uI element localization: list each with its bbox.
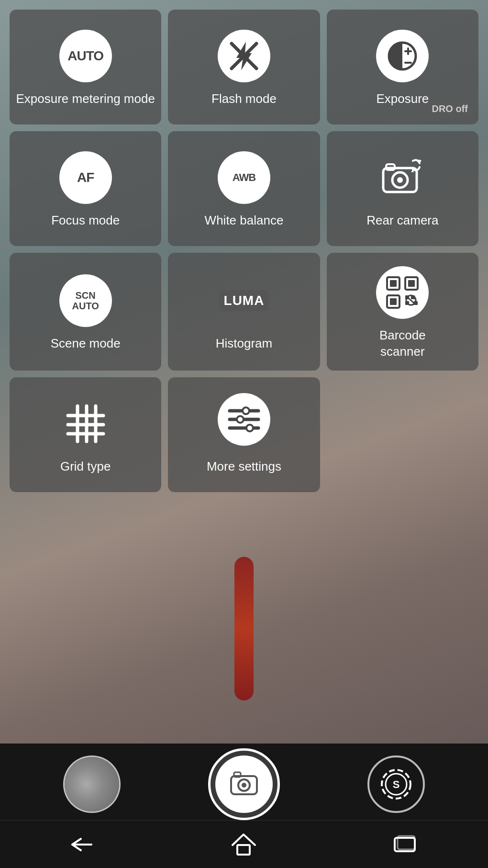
thumbnail-image bbox=[65, 757, 119, 812]
focus-mode-tile[interactable]: AF Focus mode bbox=[10, 131, 161, 246]
histogram-label: Histogram bbox=[216, 336, 272, 352]
flash-mode-tile[interactable]: Flash mode bbox=[168, 10, 320, 124]
exposure-tile[interactable]: Exposure DRO off bbox=[327, 10, 478, 124]
mode-button[interactable]: S bbox=[367, 755, 425, 813]
sliders-icon bbox=[227, 405, 261, 434]
home-icon bbox=[231, 833, 257, 857]
hash-grid-icon bbox=[64, 402, 107, 445]
flash-mode-icon-circle bbox=[218, 30, 270, 82]
svg-point-33 bbox=[244, 408, 248, 413]
barcode-scanner-label: Barcode scanner bbox=[379, 327, 426, 360]
luma-text: LUMA bbox=[224, 293, 265, 308]
recents-icon bbox=[392, 835, 421, 854]
luma-box: LUMA bbox=[219, 290, 269, 311]
svg-text:S: S bbox=[393, 778, 400, 790]
histogram-tile[interactable]: LUMA Histogram bbox=[168, 253, 320, 371]
scene-mode-icon: SCNAUTO bbox=[59, 274, 112, 327]
home-button[interactable] bbox=[216, 828, 271, 861]
af-text: AF bbox=[77, 170, 94, 185]
scene-mode-label: Scene mode bbox=[51, 336, 121, 352]
more-settings-icon bbox=[218, 393, 270, 446]
scn-auto-text: SCNAUTO bbox=[72, 290, 99, 311]
grid-type-label: Grid type bbox=[60, 459, 111, 475]
exposure-metering-label: Exposure metering mode bbox=[16, 91, 155, 107]
camera-flip-icon bbox=[378, 158, 426, 197]
barcode-scanner-tile[interactable]: Barcode scanner bbox=[327, 253, 478, 371]
focus-mode-icon: AF bbox=[59, 151, 112, 204]
flash-mode-label: Flash mode bbox=[211, 91, 277, 107]
more-settings-tile[interactable]: More settings bbox=[168, 377, 320, 492]
exposure-label: Exposure bbox=[376, 91, 429, 107]
rear-camera-icon bbox=[376, 151, 429, 204]
more-settings-label: More settings bbox=[207, 459, 281, 475]
exposure-metering-tile[interactable]: AUTO Exposure metering mode bbox=[10, 10, 161, 124]
bottom-bar: S bbox=[0, 744, 488, 868]
white-balance-tile[interactable]: AWB White balance bbox=[168, 131, 320, 246]
flash-x-icon bbox=[228, 40, 260, 72]
histogram-icon: LUMA bbox=[218, 274, 270, 327]
white-balance-icon: AWB bbox=[218, 151, 270, 204]
svg-point-39 bbox=[247, 426, 252, 430]
dro-badge: DRO off bbox=[428, 102, 472, 116]
shutter-button[interactable] bbox=[208, 748, 280, 820]
svg-rect-48 bbox=[237, 845, 250, 855]
svg-point-36 bbox=[238, 417, 243, 422]
exposure-metering-icon: AUTO bbox=[59, 30, 112, 82]
rear-camera-label: Rear camera bbox=[366, 213, 438, 229]
white-balance-label: White balance bbox=[205, 213, 284, 229]
settings-grid: AUTO Exposure metering mode Flash mode bbox=[10, 10, 478, 492]
svg-rect-14 bbox=[390, 280, 397, 287]
svg-rect-18 bbox=[390, 298, 397, 305]
nav-bar bbox=[0, 820, 488, 868]
focus-mode-label: Focus mode bbox=[51, 213, 120, 229]
svg-rect-43 bbox=[234, 772, 241, 777]
auto-text: AUTO bbox=[67, 48, 103, 64]
back-button[interactable] bbox=[53, 830, 111, 859]
more-settings-icon-container bbox=[218, 397, 270, 450]
svg-point-9 bbox=[397, 177, 403, 183]
back-icon bbox=[67, 835, 96, 854]
barcode-scanner-icon bbox=[376, 266, 429, 319]
qr-code-icon bbox=[385, 275, 420, 310]
scene-mode-tile[interactable]: SCNAUTO Scene mode bbox=[10, 253, 161, 371]
grid-type-tile[interactable]: Grid type bbox=[10, 377, 161, 492]
shutter-inner bbox=[215, 755, 273, 813]
exposure-icon bbox=[386, 40, 419, 72]
camera-controls: S bbox=[0, 744, 488, 820]
awb-text: AWB bbox=[233, 171, 255, 184]
recents-button[interactable] bbox=[377, 830, 435, 859]
svg-rect-16 bbox=[408, 280, 415, 287]
thumbnail-button[interactable] bbox=[63, 755, 121, 813]
rear-camera-tile[interactable]: Rear camera bbox=[327, 131, 478, 246]
camera-shutter-icon bbox=[227, 767, 261, 801]
exposure-icon-circle bbox=[376, 30, 429, 82]
svg-point-42 bbox=[242, 783, 246, 788]
mode-selector-icon: S bbox=[379, 767, 413, 801]
grid-type-icon bbox=[59, 397, 112, 450]
